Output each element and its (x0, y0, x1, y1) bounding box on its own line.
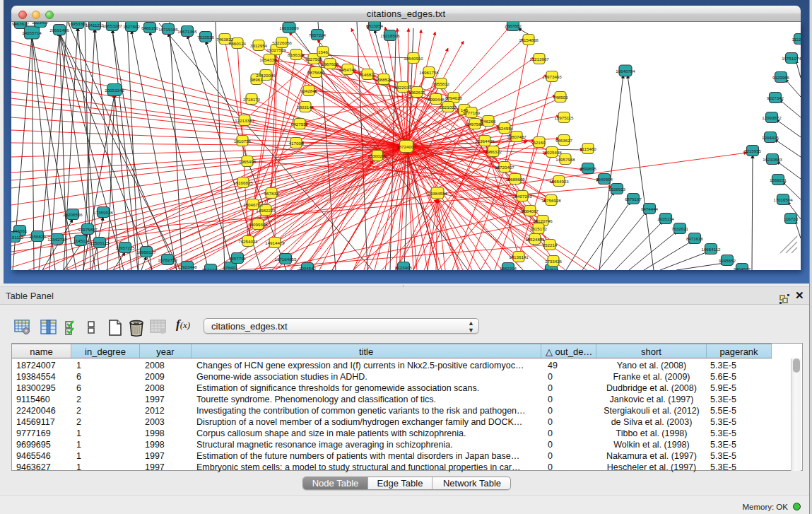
svg-text:18407249: 18407249 (512, 194, 532, 199)
svg-text:6879197: 6879197 (625, 197, 642, 201)
svg-text:1615172: 1615172 (530, 226, 548, 231)
svg-text:9474444: 9474444 (641, 206, 659, 211)
svg-text:9227342: 9227342 (767, 95, 784, 100)
svg-text:2687662: 2687662 (505, 23, 522, 28)
svg-text:12342737: 12342737 (47, 237, 67, 242)
svg-text:12505125: 12505125 (90, 240, 110, 245)
svg-text:843061: 843061 (13, 228, 28, 233)
svg-text:8660124: 8660124 (229, 41, 247, 46)
svg-text:2967608: 2967608 (322, 62, 339, 66)
svg-text:6899695: 6899695 (579, 166, 597, 171)
svg-text:10719185: 10719185 (158, 27, 178, 32)
svg-text:8644241: 8644241 (202, 267, 220, 271)
svg-text:76254021: 76254021 (238, 239, 258, 244)
svg-text:137164855: 137164855 (275, 257, 298, 262)
svg-text:1923407: 1923407 (32, 22, 49, 25)
svg-text:1682204: 1682204 (500, 266, 517, 271)
svg-text:9129966: 9129966 (772, 75, 790, 80)
svg-text:18524851: 18524851 (525, 237, 545, 242)
svg-text:2935114: 2935114 (657, 216, 674, 221)
svg-text:7857224: 7857224 (309, 33, 326, 37)
svg-text:10654923: 10654923 (549, 179, 569, 184)
svg-text:17957225: 17957225 (115, 245, 135, 250)
svg-text:9327509: 9327509 (305, 57, 323, 62)
svg-text:25300203: 25300203 (367, 153, 387, 158)
svg-text:976401: 976401 (223, 265, 238, 270)
svg-text:417006: 417006 (289, 141, 304, 146)
svg-text:1965498: 1965498 (239, 159, 257, 164)
svg-text:10025438: 10025438 (542, 150, 562, 155)
svg-text:12923448: 12923448 (177, 264, 197, 269)
svg-text:16033809: 16033809 (279, 25, 299, 30)
svg-text:14055714: 14055714 (22, 30, 42, 35)
svg-text:9242845: 9242845 (300, 88, 318, 93)
svg-text:1569231: 1569231 (770, 177, 787, 182)
svg-text:16961758: 16961758 (419, 70, 439, 75)
svg-text:9427552: 9427552 (291, 122, 309, 127)
svg-text:93975887: 93975887 (78, 227, 98, 232)
svg-text:16120746: 16120746 (533, 218, 553, 223)
svg-text:8813054: 8813054 (366, 23, 384, 28)
svg-text:16210683: 16210683 (763, 157, 782, 162)
svg-text:9463627: 9463627 (555, 138, 573, 143)
svg-text:19327509: 19327509 (266, 47, 286, 52)
svg-text:14136141: 14136141 (509, 255, 529, 259)
svg-text:14957948: 14957948 (555, 157, 575, 162)
svg-text:8454749: 8454749 (339, 67, 357, 72)
svg-text:3912954: 3912954 (250, 43, 268, 48)
svg-text:8215955: 8215955 (744, 148, 762, 153)
svg-text:1546: 1546 (318, 49, 328, 54)
svg-text:9146821: 9146821 (359, 72, 377, 77)
svg-text:8186328: 8186328 (288, 52, 305, 57)
svg-text:10756928: 10756928 (541, 198, 561, 203)
svg-text:10543362: 10543362 (259, 57, 279, 62)
svg-text:9457791: 9457791 (229, 256, 247, 261)
svg-text:6322037: 6322037 (394, 85, 412, 90)
svg-text:2803144: 2803144 (297, 105, 314, 110)
svg-text:12213383: 12213383 (235, 118, 254, 123)
svg-text:1733426: 1733426 (545, 259, 563, 264)
svg-text:116733: 116733 (784, 216, 799, 221)
svg-text:10653287: 10653287 (102, 23, 122, 28)
svg-text:21364436: 21364436 (475, 139, 495, 144)
svg-text:19218506: 19218506 (380, 33, 400, 38)
svg-text:987541: 987541 (544, 267, 559, 271)
svg-text:18724007: 18724007 (396, 144, 416, 149)
svg-text:10973493: 10973493 (542, 74, 562, 79)
svg-text:9463627: 9463627 (12, 22, 30, 26)
svg-text:10411211: 10411211 (86, 23, 105, 28)
svg-text:3624554: 3624554 (496, 126, 514, 131)
svg-text:1004542: 1004542 (299, 266, 317, 271)
svg-text:12093872: 12093872 (762, 115, 782, 120)
svg-text:62160: 62160 (533, 140, 546, 145)
svg-text:7515526: 7515526 (197, 35, 215, 40)
svg-text:9245652: 9245652 (719, 258, 736, 263)
svg-text:1362615: 1362615 (408, 90, 426, 95)
svg-text:10654112: 10654112 (701, 247, 721, 252)
svg-text:16154808: 16154808 (519, 37, 539, 42)
svg-text:17016504: 17016504 (773, 197, 793, 202)
svg-text:252214: 252214 (543, 243, 558, 247)
svg-text:1156829: 1156829 (29, 234, 46, 239)
svg-text:18640910: 18640910 (404, 56, 423, 61)
svg-text:1810755: 1810755 (234, 139, 252, 144)
svg-text:1112093: 1112093 (792, 37, 801, 42)
svg-text:12213967: 12213967 (529, 57, 549, 62)
svg-text:1588520: 1588520 (375, 77, 393, 82)
svg-text:7632621: 7632621 (671, 226, 689, 231)
svg-text:19166825: 19166825 (233, 180, 253, 185)
svg-text:15720407: 15720407 (495, 165, 514, 170)
svg-text:16671365: 16671365 (177, 29, 197, 34)
svg-text:6466160: 6466160 (141, 25, 159, 30)
svg-text:54099348: 54099348 (248, 222, 268, 227)
svg-text:9115460: 9115460 (579, 146, 596, 151)
svg-text:9464502: 9464502 (734, 267, 751, 271)
svg-text:16782759: 16782759 (158, 257, 177, 262)
svg-text:14982223: 14982223 (256, 208, 276, 213)
svg-text:114513: 114513 (73, 238, 88, 243)
svg-text:98961: 98961 (250, 77, 263, 82)
svg-text:20053346: 20053346 (105, 88, 124, 93)
svg-text:6497568: 6497568 (466, 122, 484, 127)
svg-text:39151112: 39151112 (11, 235, 24, 240)
svg-text:15751074: 15751074 (782, 56, 801, 61)
